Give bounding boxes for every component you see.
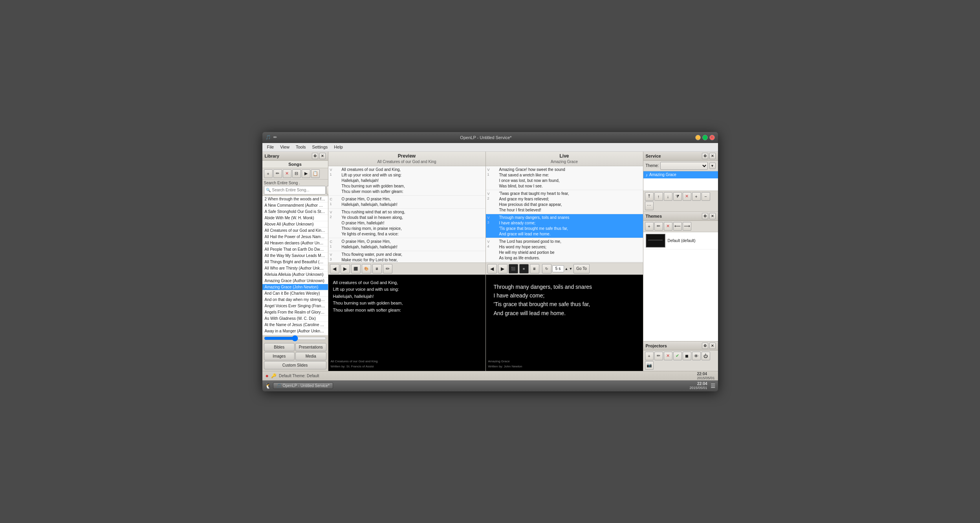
tab-bibles[interactable]: Bibles — [264, 343, 295, 351]
service-options-btn[interactable]: ⋯ — [645, 202, 654, 210]
song-live-btn[interactable]: 📋 — [311, 169, 320, 178]
song-copy-btn[interactable]: ⊟ — [292, 169, 301, 178]
preview-prev-btn[interactable]: ◀ — [330, 264, 339, 273]
projector-new-btn[interactable]: + — [645, 352, 654, 360]
live-blank-screen-btn[interactable]: ⬛ — [509, 264, 518, 273]
timer-spin-up[interactable]: ▲ — [565, 267, 568, 271]
list-item[interactable]: All Things Bright and Beautiful (Cecil F… — [262, 259, 328, 265]
list-item[interactable]: Angel Voices Ever Singing (Francis Pott) — [262, 303, 328, 309]
list-item[interactable]: Away in a Manger (Author Unknown and... — [262, 328, 328, 334]
projectors-settings-btn[interactable]: ⚙ — [702, 343, 708, 349]
list-item[interactable]: Above All (Author Unknown) — [262, 221, 328, 228]
preview-next-btn[interactable]: ▶ — [341, 264, 350, 273]
menu-view[interactable]: View — [277, 144, 293, 150]
service-move-down-btn[interactable]: ↓ — [664, 192, 672, 201]
minimize-button[interactable]: _ — [695, 135, 701, 140]
tab-images[interactable]: Images — [264, 352, 295, 360]
tab-media[interactable]: Media — [295, 352, 326, 360]
search-input[interactable] — [271, 186, 324, 194]
projectors-close-btn[interactable]: ✕ — [709, 343, 716, 349]
tab-custom-slides[interactable]: Custom Slides — [264, 361, 326, 369]
list-item[interactable]: At the Name of Jesus (Caroline Maria No.… — [262, 322, 328, 328]
preview-desktop-btn[interactable]: 🖥 — [372, 264, 382, 273]
library-settings-btn[interactable]: ⚙ — [312, 153, 318, 159]
verse-item[interactable]: V1 All creatures of our God and King,Lif… — [328, 166, 485, 196]
projector-connect-btn[interactable]: ✔ — [673, 352, 682, 360]
preview-blank-btn[interactable]: ⬛ — [351, 264, 361, 273]
list-item[interactable]: A New Commandment (Author Unknow... — [262, 202, 328, 209]
list-item[interactable]: 2 When through the woods and forest gl..… — [262, 196, 328, 202]
projector-edit-btn[interactable]: ✏ — [654, 352, 663, 360]
service-delete-btn[interactable]: ✕ — [683, 192, 691, 201]
list-item[interactable]: And Can it Be (Charles Wesley) — [262, 290, 328, 297]
menu-settings[interactable]: Settings — [309, 144, 331, 150]
timer-spin-down[interactable]: ▼ — [569, 267, 572, 271]
kde-icon[interactable]: 🐧 — [265, 383, 271, 389]
theme-delete-btn[interactable]: ✕ — [664, 222, 672, 231]
verse-item[interactable]: C1 O praise Him, O praise Him,Hallelujah… — [328, 196, 485, 209]
service-filter-btn[interactable]: ⧩ — [673, 192, 682, 201]
maximize-button[interactable]: □ — [702, 135, 708, 140]
live-desktop-btn[interactable]: 🖥 — [530, 264, 539, 273]
service-minus-btn[interactable]: − — [702, 192, 710, 201]
library-close-btn[interactable]: ✕ — [319, 153, 326, 159]
tab-presentations[interactable]: Presentations — [295, 343, 326, 351]
song-new-btn[interactable]: + — [264, 169, 273, 178]
list-item[interactable]: Angels From the Realm of Glory (James... — [262, 309, 328, 316]
song-preview-btn[interactable]: ▶ — [302, 169, 310, 178]
service-add-btn[interactable]: + — [692, 192, 701, 201]
theme-select[interactable] — [660, 162, 707, 170]
verse-item[interactable]: V1 Amazing Grace! how sweet the soundTha… — [486, 166, 643, 190]
menu-tools[interactable]: Tools — [293, 144, 309, 150]
service-item[interactable]: ♪ Amazing Grace — [643, 171, 718, 178]
list-item[interactable]: A Safe Stronghold Our God is Still (Mart… — [262, 209, 328, 215]
list-item[interactable]: Alleluia Alleluia (Author Unknown) — [262, 272, 328, 278]
songs-scroll[interactable] — [264, 337, 326, 340]
list-item[interactable]: All Heaven declares (Author Unknown) — [262, 240, 328, 246]
list-item[interactable]: All the Way My Saviour Leads Me (Fanny..… — [262, 253, 328, 259]
preview-edit-btn[interactable]: ✏ — [383, 264, 392, 273]
projector-view-btn[interactable]: 👁 — [692, 352, 701, 360]
list-item[interactable]: And on that day when my strength is fail… — [262, 297, 328, 303]
verse-item[interactable]: V2 'Twas grace that taught my heart to f… — [486, 190, 643, 214]
verse-item[interactable]: V2 Thcu rushing wind that art so strong,… — [328, 209, 485, 238]
service-close-btn[interactable]: ✕ — [709, 153, 716, 159]
theme-import-btn[interactable]: ⟵ — [673, 222, 682, 231]
themes-close-btn[interactable]: ✕ — [709, 213, 716, 219]
live-prev-btn[interactable]: ◀ — [487, 264, 497, 273]
time-input[interactable] — [552, 265, 564, 272]
verse-item[interactable]: V3 Thcu flowing water, pure and clear,Ma… — [328, 251, 485, 262]
menu-help[interactable]: Help — [331, 144, 346, 150]
list-item[interactable]: As With Gladness (W. C. Dix) — [262, 316, 328, 322]
list-item[interactable]: All People That on Earth Do Dwell (Willi… — [262, 246, 328, 253]
list-item-selected[interactable]: Amazing Grace (John Newton) — [262, 284, 328, 290]
list-item[interactable]: All Hail the Power of Jesus Name (Edwarc… — [262, 234, 328, 240]
projector-delete-btn[interactable]: ✕ — [664, 352, 672, 360]
list-item[interactable]: Abide With Me (W. H. Monk) — [262, 215, 328, 221]
theme-edit-btn[interactable]: ✏ — [654, 222, 663, 231]
service-move-top-btn[interactable]: ⤒ — [645, 192, 654, 201]
theme-new-btn[interactable]: + — [645, 222, 654, 231]
list-item[interactable]: Amazing Grace (Author Unknown) — [262, 278, 328, 284]
projector-power-btn[interactable]: ⏻ — [702, 352, 710, 360]
verse-item-selected[interactable]: V3 Through many dangers, toils and snare… — [486, 214, 643, 238]
list-item[interactable]: All Who are Thirsty (Author Unknown) — [262, 265, 328, 272]
service-settings-btn[interactable]: ⚙ — [702, 153, 708, 159]
taskbar-app-item[interactable]: 🎵 OpenLP - Untitled Service* — [273, 382, 333, 389]
projector-disconnect-btn[interactable]: ⏹ — [683, 352, 691, 360]
preview-theme-btn[interactable]: 🎨 — [362, 264, 371, 273]
projector-source-btn[interactable]: 📷 — [645, 361, 654, 370]
song-edit-btn[interactable]: ✏ — [273, 169, 282, 178]
verse-item[interactable]: V4 The Lord has promised good to me,His … — [486, 238, 643, 262]
service-move-up-btn[interactable]: ↑ — [654, 192, 663, 201]
timer-refresh-btn[interactable]: ↻ — [542, 264, 551, 273]
menu-file[interactable]: File — [264, 144, 277, 150]
song-delete-btn[interactable]: ✕ — [283, 169, 291, 178]
theme-item[interactable]: Default (default) — [643, 232, 718, 250]
list-item[interactable]: All Creatures of our God and King (St. F… — [262, 228, 328, 234]
themes-settings-btn[interactable]: ⚙ — [702, 213, 708, 219]
theme-export-btn[interactable]: ⟶ — [683, 222, 691, 231]
goto-button[interactable]: Go To — [573, 264, 590, 273]
verse-item[interactable]: C1 O praise Him, O praise Him,Hallelujah… — [328, 238, 485, 251]
close-button[interactable]: ✕ — [709, 135, 715, 140]
